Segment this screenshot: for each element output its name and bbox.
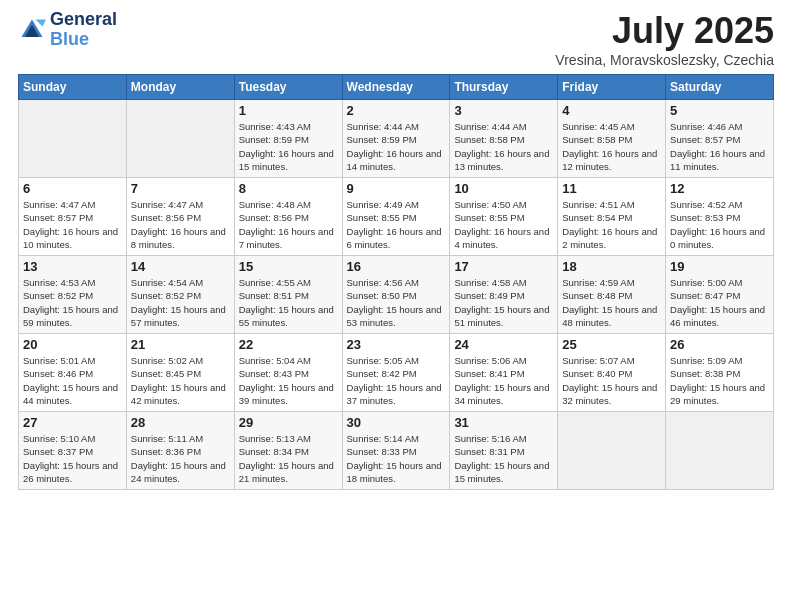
day-info: Sunrise: 5:05 AMSunset: 8:42 PMDaylight:… xyxy=(347,354,446,407)
logo-text: General Blue xyxy=(50,10,117,50)
day-info: Sunrise: 4:58 AMSunset: 8:49 PMDaylight:… xyxy=(454,276,553,329)
calendar-body: 1Sunrise: 4:43 AMSunset: 8:59 PMDaylight… xyxy=(19,100,774,490)
day-info: Sunrise: 4:43 AMSunset: 8:59 PMDaylight:… xyxy=(239,120,338,173)
day-number: 29 xyxy=(239,415,338,430)
header: General Blue July 2025 Vresina, Moravsko… xyxy=(18,10,774,68)
day-info: Sunrise: 4:56 AMSunset: 8:50 PMDaylight:… xyxy=(347,276,446,329)
weekday-header-thursday: Thursday xyxy=(450,75,558,100)
day-number: 9 xyxy=(347,181,446,196)
day-info: Sunrise: 4:50 AMSunset: 8:55 PMDaylight:… xyxy=(454,198,553,251)
day-cell: 21Sunrise: 5:02 AMSunset: 8:45 PMDayligh… xyxy=(126,334,234,412)
day-cell: 13Sunrise: 4:53 AMSunset: 8:52 PMDayligh… xyxy=(19,256,127,334)
day-cell: 26Sunrise: 5:09 AMSunset: 8:38 PMDayligh… xyxy=(666,334,774,412)
day-number: 19 xyxy=(670,259,769,274)
day-cell: 8Sunrise: 4:48 AMSunset: 8:56 PMDaylight… xyxy=(234,178,342,256)
day-cell: 1Sunrise: 4:43 AMSunset: 8:59 PMDaylight… xyxy=(234,100,342,178)
day-cell: 30Sunrise: 5:14 AMSunset: 8:33 PMDayligh… xyxy=(342,412,450,490)
day-number: 24 xyxy=(454,337,553,352)
logo-icon xyxy=(18,16,46,44)
day-number: 11 xyxy=(562,181,661,196)
day-info: Sunrise: 5:11 AMSunset: 8:36 PMDaylight:… xyxy=(131,432,230,485)
day-cell: 23Sunrise: 5:05 AMSunset: 8:42 PMDayligh… xyxy=(342,334,450,412)
day-info: Sunrise: 5:16 AMSunset: 8:31 PMDaylight:… xyxy=(454,432,553,485)
day-cell: 12Sunrise: 4:52 AMSunset: 8:53 PMDayligh… xyxy=(666,178,774,256)
day-info: Sunrise: 4:44 AMSunset: 8:59 PMDaylight:… xyxy=(347,120,446,173)
day-number: 6 xyxy=(23,181,122,196)
day-info: Sunrise: 4:49 AMSunset: 8:55 PMDaylight:… xyxy=(347,198,446,251)
day-number: 20 xyxy=(23,337,122,352)
day-cell: 18Sunrise: 4:59 AMSunset: 8:48 PMDayligh… xyxy=(558,256,666,334)
day-info: Sunrise: 4:53 AMSunset: 8:52 PMDaylight:… xyxy=(23,276,122,329)
day-info: Sunrise: 5:06 AMSunset: 8:41 PMDaylight:… xyxy=(454,354,553,407)
logo-line2: Blue xyxy=(50,29,89,49)
day-cell: 11Sunrise: 4:51 AMSunset: 8:54 PMDayligh… xyxy=(558,178,666,256)
day-cell: 4Sunrise: 4:45 AMSunset: 8:58 PMDaylight… xyxy=(558,100,666,178)
day-info: Sunrise: 5:09 AMSunset: 8:38 PMDaylight:… xyxy=(670,354,769,407)
day-cell: 22Sunrise: 5:04 AMSunset: 8:43 PMDayligh… xyxy=(234,334,342,412)
day-info: Sunrise: 4:47 AMSunset: 8:57 PMDaylight:… xyxy=(23,198,122,251)
calendar-header: SundayMondayTuesdayWednesdayThursdayFrid… xyxy=(19,75,774,100)
day-info: Sunrise: 5:10 AMSunset: 8:37 PMDaylight:… xyxy=(23,432,122,485)
day-info: Sunrise: 4:47 AMSunset: 8:56 PMDaylight:… xyxy=(131,198,230,251)
day-number: 26 xyxy=(670,337,769,352)
day-info: Sunrise: 5:13 AMSunset: 8:34 PMDaylight:… xyxy=(239,432,338,485)
week-row-3: 13Sunrise: 4:53 AMSunset: 8:52 PMDayligh… xyxy=(19,256,774,334)
day-number: 30 xyxy=(347,415,446,430)
day-number: 10 xyxy=(454,181,553,196)
day-number: 4 xyxy=(562,103,661,118)
logo-line1: General xyxy=(50,10,117,30)
day-cell: 9Sunrise: 4:49 AMSunset: 8:55 PMDaylight… xyxy=(342,178,450,256)
day-cell: 31Sunrise: 5:16 AMSunset: 8:31 PMDayligh… xyxy=(450,412,558,490)
week-row-5: 27Sunrise: 5:10 AMSunset: 8:37 PMDayligh… xyxy=(19,412,774,490)
day-number: 7 xyxy=(131,181,230,196)
day-number: 25 xyxy=(562,337,661,352)
title-block: July 2025 Vresina, Moravskoslezsky, Czec… xyxy=(555,10,774,68)
day-cell: 17Sunrise: 4:58 AMSunset: 8:49 PMDayligh… xyxy=(450,256,558,334)
day-number: 28 xyxy=(131,415,230,430)
day-info: Sunrise: 4:46 AMSunset: 8:57 PMDaylight:… xyxy=(670,120,769,173)
day-cell xyxy=(126,100,234,178)
day-cell: 24Sunrise: 5:06 AMSunset: 8:41 PMDayligh… xyxy=(450,334,558,412)
week-row-4: 20Sunrise: 5:01 AMSunset: 8:46 PMDayligh… xyxy=(19,334,774,412)
weekday-header-saturday: Saturday xyxy=(666,75,774,100)
weekday-header-monday: Monday xyxy=(126,75,234,100)
day-cell: 27Sunrise: 5:10 AMSunset: 8:37 PMDayligh… xyxy=(19,412,127,490)
day-cell xyxy=(558,412,666,490)
day-cell xyxy=(19,100,127,178)
day-cell: 15Sunrise: 4:55 AMSunset: 8:51 PMDayligh… xyxy=(234,256,342,334)
day-cell: 25Sunrise: 5:07 AMSunset: 8:40 PMDayligh… xyxy=(558,334,666,412)
day-cell: 6Sunrise: 4:47 AMSunset: 8:57 PMDaylight… xyxy=(19,178,127,256)
day-info: Sunrise: 4:51 AMSunset: 8:54 PMDaylight:… xyxy=(562,198,661,251)
day-info: Sunrise: 4:55 AMSunset: 8:51 PMDaylight:… xyxy=(239,276,338,329)
day-info: Sunrise: 4:54 AMSunset: 8:52 PMDaylight:… xyxy=(131,276,230,329)
day-number: 21 xyxy=(131,337,230,352)
weekday-row: SundayMondayTuesdayWednesdayThursdayFrid… xyxy=(19,75,774,100)
day-info: Sunrise: 5:04 AMSunset: 8:43 PMDaylight:… xyxy=(239,354,338,407)
month-title: July 2025 xyxy=(555,10,774,52)
day-cell: 2Sunrise: 4:44 AMSunset: 8:59 PMDaylight… xyxy=(342,100,450,178)
day-info: Sunrise: 4:48 AMSunset: 8:56 PMDaylight:… xyxy=(239,198,338,251)
page: General Blue July 2025 Vresina, Moravsko… xyxy=(0,0,792,612)
day-number: 23 xyxy=(347,337,446,352)
day-cell: 5Sunrise: 4:46 AMSunset: 8:57 PMDaylight… xyxy=(666,100,774,178)
day-cell: 10Sunrise: 4:50 AMSunset: 8:55 PMDayligh… xyxy=(450,178,558,256)
weekday-header-friday: Friday xyxy=(558,75,666,100)
day-number: 13 xyxy=(23,259,122,274)
day-cell: 19Sunrise: 5:00 AMSunset: 8:47 PMDayligh… xyxy=(666,256,774,334)
calendar: SundayMondayTuesdayWednesdayThursdayFrid… xyxy=(18,74,774,490)
day-info: Sunrise: 4:59 AMSunset: 8:48 PMDaylight:… xyxy=(562,276,661,329)
logo: General Blue xyxy=(18,10,117,50)
day-number: 27 xyxy=(23,415,122,430)
week-row-2: 6Sunrise: 4:47 AMSunset: 8:57 PMDaylight… xyxy=(19,178,774,256)
day-info: Sunrise: 5:00 AMSunset: 8:47 PMDaylight:… xyxy=(670,276,769,329)
day-info: Sunrise: 4:44 AMSunset: 8:58 PMDaylight:… xyxy=(454,120,553,173)
day-number: 1 xyxy=(239,103,338,118)
day-cell: 20Sunrise: 5:01 AMSunset: 8:46 PMDayligh… xyxy=(19,334,127,412)
day-number: 2 xyxy=(347,103,446,118)
day-number: 18 xyxy=(562,259,661,274)
day-cell: 14Sunrise: 4:54 AMSunset: 8:52 PMDayligh… xyxy=(126,256,234,334)
day-number: 5 xyxy=(670,103,769,118)
week-row-1: 1Sunrise: 4:43 AMSunset: 8:59 PMDaylight… xyxy=(19,100,774,178)
day-number: 16 xyxy=(347,259,446,274)
day-cell: 29Sunrise: 5:13 AMSunset: 8:34 PMDayligh… xyxy=(234,412,342,490)
